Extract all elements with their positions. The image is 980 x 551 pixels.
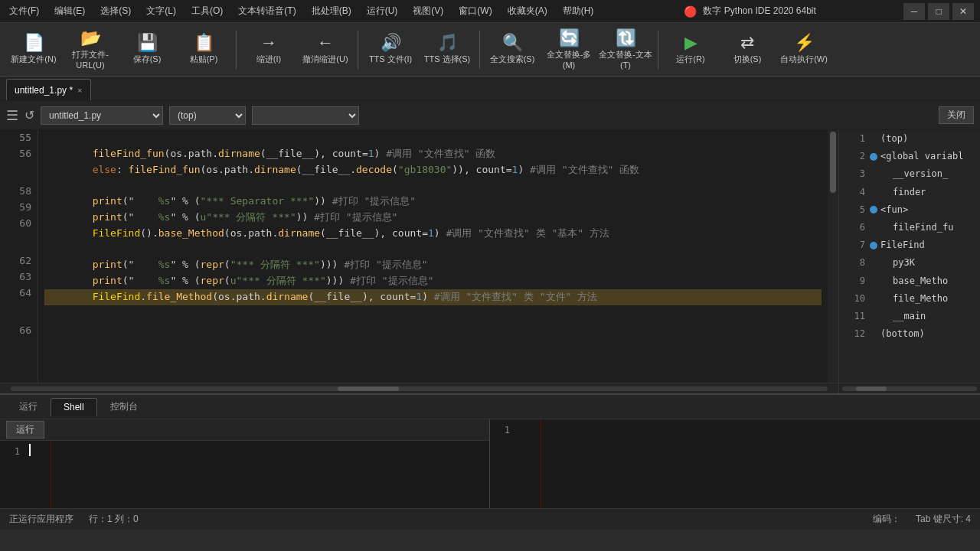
code-vscrollbar[interactable] — [828, 130, 838, 383]
tts-file-button[interactable]: 🔊 TTS 文件(I) — [363, 26, 418, 73]
menu-tts[interactable]: 文本转语音(T) — [235, 3, 299, 19]
maximize-button[interactable]: □ — [928, 3, 949, 20]
struct-item-12[interactable]: 12 (bottom) — [839, 325, 980, 343]
run-execute-button[interactable]: 运行 — [6, 421, 44, 439]
struct-item-9[interactable]: 9 base_Metho — [839, 272, 980, 290]
status-right: 编码： Tab 键尺寸: 4 — [873, 513, 971, 526]
struct-item-1[interactable]: 1 (top) — [839, 130, 980, 148]
auto-run-button[interactable]: ⚡ 自动执行(W) — [776, 26, 831, 73]
run-red-line — [51, 441, 51, 508]
save-icon: 💾 — [137, 34, 158, 51]
code-hscrollbar[interactable] — [0, 383, 838, 393]
line-num-63: 63 — [3, 269, 31, 285]
struct-circle-11 — [870, 312, 877, 320]
menu-batch[interactable]: 批处理(B) — [309, 3, 354, 19]
menu-tools[interactable]: 工具(O) — [188, 3, 226, 19]
indent-button[interactable]: → 缩进(I) — [241, 26, 296, 73]
code-hscroll-thumb[interactable] — [338, 386, 399, 391]
context-select[interactable]: (top) — [169, 106, 246, 125]
menu-window[interactable]: 窗口(W) — [456, 3, 495, 19]
menu-file[interactable]: 文件(F) — [6, 3, 42, 19]
menu-text[interactable]: 文字(L) — [143, 3, 179, 19]
shell-content-area[interactable] — [513, 419, 980, 508]
tts-select-button[interactable]: 🎵 TTS 选择(S) — [420, 26, 475, 73]
open-file-button[interactable]: 📂 打开文件-URL(U) — [63, 26, 118, 73]
auto-run-label: 自动执行(W) — [780, 54, 828, 65]
save-button[interactable]: 💾 保存(S) — [119, 26, 175, 73]
file-tab-close[interactable]: × — [77, 86, 82, 95]
file-tab-untitled[interactable]: untitled_1.py * × — [6, 79, 91, 100]
unindent-icon: ← — [317, 34, 334, 51]
code-line-61 — [44, 243, 51, 255]
new-file-button[interactable]: 📄 新建文件(N) — [6, 26, 61, 73]
struct-circle-9 — [870, 277, 877, 285]
replace-text-icon: 🔃 — [616, 30, 636, 47]
toolbar-separator-3 — [479, 31, 480, 69]
tab-run[interactable]: 运行 — [6, 396, 51, 417]
struct-circle-10 — [870, 295, 877, 302]
run-button[interactable]: ▶ 运行(R) — [663, 26, 718, 73]
unindent-button[interactable]: ← 撤消缩进(U) — [298, 26, 353, 73]
refresh-icon[interactable]: ↺ — [24, 108, 34, 122]
file-tab-name: untitled_1.py * — [15, 85, 73, 96]
code-vscroll-thumb[interactable] — [830, 132, 836, 193]
struct-hscrollbar[interactable] — [838, 383, 980, 393]
run-cursor — [29, 444, 31, 456]
struct-item-10[interactable]: 10 file_Metho — [839, 290, 980, 308]
menu-view[interactable]: 视图(V) — [410, 3, 446, 19]
shell-red-line — [541, 419, 541, 508]
code-line-64: FileFind.file_Method(os.path.dirname(__f… — [44, 289, 822, 305]
open-file-label: 打开文件-URL(U) — [63, 49, 118, 70]
menu-favorites[interactable]: 收藏夹(A) — [505, 3, 550, 19]
struct-item-8[interactable]: 8 py3K — [839, 254, 980, 272]
code-line-62: print(" %s" % (repr("*** 分隔符 ***"))) #打印… — [44, 259, 428, 270]
struct-item-3[interactable]: 3 __version_ — [839, 165, 980, 183]
paste-icon: 📋 — [194, 34, 214, 51]
close-editor-button[interactable]: 关闭 — [939, 106, 974, 124]
toolbar: 📄 新建文件(N) 📂 打开文件-URL(U) 💾 保存(S) 📋 粘贴(P) … — [0, 23, 980, 77]
code-editor[interactable]: fileFind_fun(os.path.dirname(__file__), … — [38, 130, 828, 383]
title-bar: 文件(F) 编辑(E) 选择(S) 文字(L) 工具(O) 文本转语音(T) 批… — [0, 0, 980, 23]
line-num-58: 58 — [3, 184, 31, 200]
status-tab-size: Tab 键尺寸: 4 — [916, 513, 971, 526]
struct-hscroll-thumb[interactable] — [856, 386, 887, 391]
struct-item-6[interactable]: 6 fileFind_fu — [839, 219, 980, 236]
paste-button[interactable]: 📋 粘贴(P) — [176, 26, 231, 73]
switch-label: 切换(S) — [733, 54, 762, 65]
file-path-select[interactable]: untitled_1.py — [41, 106, 163, 125]
struct-item-7[interactable]: 7 FileFind — [839, 236, 980, 254]
replace-multi-label: 全文替换-多(M) — [541, 49, 596, 70]
menu-edit[interactable]: 编辑(E) — [51, 3, 88, 19]
struct-circle-3 — [870, 171, 877, 178]
status-app-state: 正运行应用程序 — [9, 513, 74, 526]
struct-circle-5 — [870, 206, 877, 214]
tab-control[interactable]: 控制台 — [97, 396, 151, 417]
replace-multi-button[interactable]: 🔄 全文替换-多(M) — [541, 26, 596, 73]
code-line-60: FileFind().base_Method(os.path.dirname(_… — [44, 227, 609, 239]
line-numbers: 55 56 58 59 60 62 63 64 66 — [0, 130, 38, 383]
hamburger-icon[interactable]: ☰ — [6, 107, 18, 124]
run-header: 运行 — [0, 419, 489, 441]
replace-text-label: 全文替换-文本(T) — [598, 49, 653, 70]
menu-bar[interactable]: 文件(F) 编辑(E) 选择(S) 文字(L) 工具(O) 文本转语音(T) 批… — [6, 3, 596, 19]
search-button[interactable]: 🔍 全文搜索(S) — [485, 26, 540, 73]
menu-select[interactable]: 选择(S) — [97, 3, 134, 19]
close-button[interactable]: ✕ — [952, 3, 974, 20]
minimize-button[interactable]: ─ — [903, 3, 925, 20]
context-select-2[interactable] — [252, 106, 359, 125]
menu-help[interactable]: 帮助(H) — [560, 3, 597, 19]
run-line-1: 1 — [3, 444, 20, 461]
code-line-57 — [44, 179, 51, 191]
run-cursor-area[interactable] — [23, 441, 489, 508]
struct-item-4[interactable]: 4 finder — [839, 184, 980, 201]
search-label: 全文搜索(S) — [490, 54, 535, 65]
struct-item-5[interactable]: 5 <fun> — [839, 201, 980, 219]
tab-shell[interactable]: Shell — [51, 398, 97, 416]
window-controls[interactable]: ─ □ ✕ — [903, 3, 974, 20]
line-num-57 — [3, 162, 31, 184]
switch-button[interactable]: ⇄ 切换(S) — [720, 26, 775, 73]
struct-item-11[interactable]: 11 __main — [839, 308, 980, 325]
replace-text-button[interactable]: 🔃 全文替换-文本(T) — [598, 26, 653, 73]
menu-run[interactable]: 运行(U) — [364, 3, 401, 19]
struct-item-2[interactable]: 2 <global variabl — [839, 148, 980, 165]
